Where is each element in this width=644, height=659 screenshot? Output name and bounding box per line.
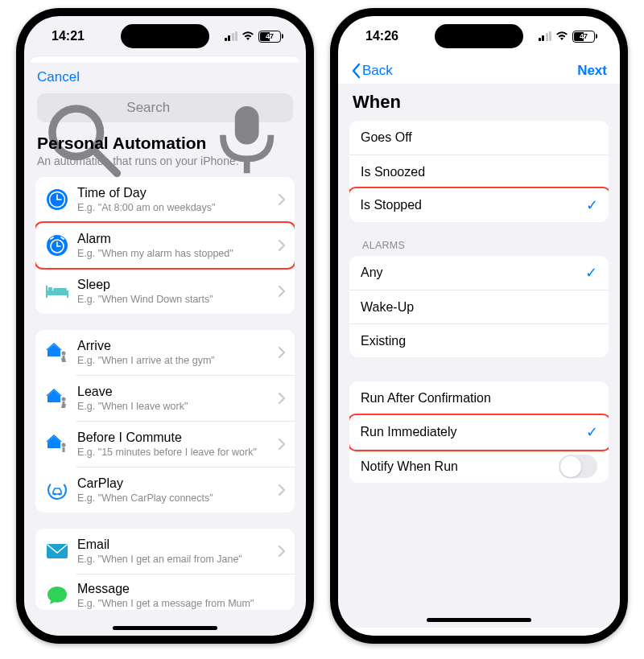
chevron-right-icon [279,240,285,251]
svg-point-26 [54,493,56,496]
home-indicator[interactable] [427,618,531,622]
svg-rect-2 [234,106,258,145]
svg-rect-15 [46,286,47,298]
when-is-snoozed[interactable]: Is Snoozed [349,154,609,188]
nav-bar: Cancel [24,63,306,90]
option-label: Run Immediately [361,425,457,439]
run-immediately[interactable]: Run Immediately✓ [349,414,609,451]
house-commute-icon [45,432,69,456]
option-label: Run After Confirmation [361,391,491,406]
status-indicators: 47 [539,31,598,43]
row-sub: E.g. "When I get an email from Jane" [77,553,279,566]
when-goes-off[interactable]: Goes Off [349,121,609,154]
chevron-right-icon [279,393,285,404]
option-label: Any [361,266,383,280]
chevron-right-icon [279,194,285,205]
battery-icon: 47 [258,31,283,43]
option-label: Is Stopped [361,198,423,212]
back-label: Back [362,63,393,79]
trigger-group-location: ArriveE.g. "When I arrive at the gym" Le… [35,330,295,513]
battery-icon: 47 [572,31,597,43]
highlight-alarm: AlarmE.g. "When my alarm has stopped" [35,221,295,270]
row-sub: E.g. "When Wind Down starts" [77,293,279,306]
alarm-wakeup[interactable]: Wake-Up [349,290,609,323]
trigger-before-commute[interactable]: Before I CommuteE.g. "15 minutes before … [35,422,295,467]
content: When Goes Off Is Snoozed Is Stopped✓ ALA… [338,84,620,628]
house-arrive-icon [45,340,69,365]
house-leave-icon [45,386,69,410]
trigger-alarm[interactable]: AlarmE.g. "When my alarm has stopped" [35,223,295,268]
trigger-sleep[interactable]: SleepE.g. "When Wind Down starts" [35,269,295,314]
checkmark-icon: ✓ [586,423,598,441]
row-title: Time of Day [77,185,279,200]
page-title: When [338,84,620,121]
row-sub: E.g. "When I leave work" [77,400,279,413]
mic-icon[interactable] [208,101,285,114]
row-title: Message [77,581,285,596]
trigger-time-of-day[interactable]: Time of DayE.g. "At 8:00 am on weekdays" [35,177,295,222]
option-label: Existing [361,334,406,348]
search-field[interactable]: Search [37,93,293,122]
row-title: Before I Commute [77,430,279,445]
svg-rect-18 [53,288,67,290]
trigger-message[interactable]: MessageE.g. "When I get a message from M… [35,575,295,610]
dynamic-island [435,24,523,48]
trigger-group-comm: EmailE.g. "When I get an email from Jane… [35,529,295,610]
checkmark-icon: ✓ [585,264,597,282]
screen-left: 14:21 47 Cancel Search [24,16,306,636]
row-title: Alarm [77,231,279,246]
screen-right: 14:26 47 Back Next When Goes Off [338,16,620,636]
alarm-existing[interactable]: Existing [349,323,609,357]
option-label: Goes Off [361,130,412,145]
row-title: Leave [77,384,279,399]
when-group: Goes Off Is Snoozed Is Stopped✓ [349,121,609,222]
chevron-left-icon [351,63,361,79]
chevron-right-icon [279,347,285,358]
chevron-right-icon [279,546,285,557]
status-indicators: 47 [225,31,284,43]
message-icon [45,583,69,608]
alarms-group: Any✓ Wake-Up Existing [349,256,609,357]
nav-bar: Back Next [338,56,620,84]
row-title: CarPlay [77,476,279,491]
trigger-carplay[interactable]: CarPlayE.g. "When CarPlay connects" [35,467,295,513]
chevron-right-icon [279,439,285,450]
back-button[interactable]: Back [351,63,393,79]
svg-point-19 [62,352,66,356]
trigger-group-time: Time of DayE.g. "At 8:00 am on weekdays"… [35,177,295,314]
wifi-icon [555,31,568,41]
phone-right: 14:26 47 Back Next When Goes Off [330,8,628,644]
cancel-button[interactable]: Cancel [37,69,80,85]
svg-rect-17 [48,287,52,290]
alarm-icon [45,233,69,257]
cellular-icon [539,31,552,41]
notify-when-run[interactable]: Notify When Run [349,449,609,483]
option-label: Is Snoozed [361,165,425,179]
trigger-email[interactable]: EmailE.g. "When I get an email from Jane… [35,529,295,574]
row-sub: E.g. "When CarPlay connects" [77,492,279,505]
toggle-switch[interactable] [559,455,597,478]
option-label: Notify When Run [361,459,458,474]
status-time: 14:26 [365,29,398,43]
carplay-icon [45,478,69,502]
run-after-confirmation[interactable]: Run After Confirmation [349,381,609,415]
trigger-arrive[interactable]: ArriveE.g. "When I arrive at the gym" [35,330,295,375]
row-title: Email [77,537,279,552]
when-is-stopped[interactable]: Is Stopped✓ [349,187,609,223]
next-button[interactable]: Next [577,63,607,79]
chevron-right-icon [279,286,285,297]
dynamic-island [121,24,209,48]
svg-point-21 [62,397,66,402]
trigger-leave[interactable]: LeaveE.g. "When I leave work" [35,376,295,421]
bed-icon [45,279,69,303]
row-sub: E.g. "When I get a message from Mum" [77,597,285,610]
alarm-any[interactable]: Any✓ [349,256,609,290]
sheet: Cancel Search Personal Automation An aut… [24,63,306,636]
svg-rect-24 [63,447,65,452]
home-indicator[interactable] [113,626,217,630]
cellular-icon [225,31,238,41]
svg-point-25 [46,479,68,501]
run-group: Run After Confirmation Run Immediately✓ … [349,381,609,483]
toggle-knob [560,456,581,477]
chevron-right-icon [279,484,285,496]
